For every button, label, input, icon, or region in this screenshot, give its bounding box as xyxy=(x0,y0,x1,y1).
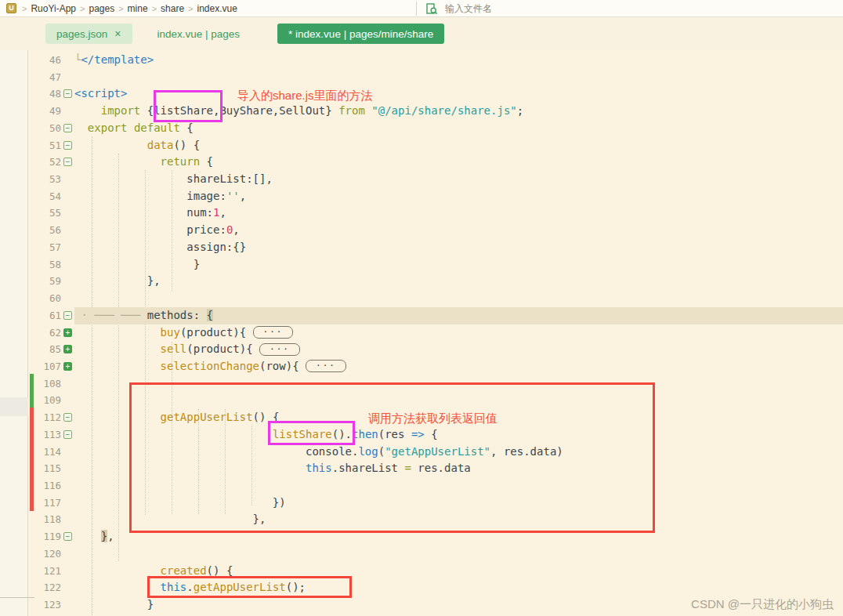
code-line[interactable]: 116 xyxy=(0,477,843,495)
code-line[interactable]: 62+ buy(product){ ··· xyxy=(0,324,843,342)
code-line[interactable]: 48−<script> xyxy=(0,85,843,103)
code-text: } xyxy=(74,256,843,274)
code-text: }, xyxy=(74,273,843,290)
editor-tab[interactable]: index.vue | pages xyxy=(147,24,251,44)
fold-gutter: + xyxy=(61,341,74,358)
code-line[interactable]: 52− return { xyxy=(0,154,843,171)
code-line[interactable]: 60 xyxy=(0,290,843,307)
code-text: listShare().then(res => { xyxy=(74,426,843,444)
breadcrumb-separator: > xyxy=(22,4,27,13)
line-number: 117 xyxy=(28,495,61,512)
code-line[interactable]: 115 this.shareList = res.data xyxy=(0,460,843,477)
breadcrumb-item[interactable]: RuoYi-App xyxy=(29,3,78,14)
panel-divider xyxy=(416,2,417,16)
code-line[interactable]: 50− export default { xyxy=(0,120,843,137)
code-line[interactable]: 118 }, xyxy=(0,511,843,528)
folded-code-ellipsis[interactable]: ··· xyxy=(259,343,300,356)
fold-collapse-icon[interactable]: − xyxy=(63,413,72,422)
uniapp-project-icon: U xyxy=(6,3,16,13)
fold-collapse-icon[interactable]: − xyxy=(63,124,72,132)
fold-gutter: + xyxy=(61,324,74,342)
code-text: }) xyxy=(74,495,843,512)
code-line[interactable]: 122 this.getAppUserList(); xyxy=(0,579,843,596)
breadcrumb-item[interactable]: index.vue xyxy=(196,3,239,14)
fold-gutter xyxy=(61,444,74,461)
fold-collapse-icon[interactable]: − xyxy=(63,311,72,320)
code-text: sell(product){ ··· xyxy=(74,341,843,358)
code-text xyxy=(74,290,843,307)
fold-collapse-icon[interactable]: − xyxy=(63,532,72,541)
tab-close-icon[interactable]: × xyxy=(114,29,121,38)
code-line[interactable]: 108 xyxy=(0,375,843,393)
ide-window: U >RuoYi-App>pages>mine>share>index.vue … xyxy=(0,0,843,616)
code-text xyxy=(74,545,843,563)
line-number: 108 xyxy=(28,375,61,393)
fold-gutter xyxy=(61,495,74,512)
code-editor: 46└</template>4748−<script>49 import {li… xyxy=(0,50,843,616)
code-line[interactable]: 59 }, xyxy=(0,273,843,290)
code-line[interactable]: 49 import {listShare,BuyShare,SellOut} f… xyxy=(0,103,843,120)
fold-gutter xyxy=(61,545,74,563)
code-line[interactable]: 121 created() { xyxy=(0,563,843,580)
breadcrumb-item[interactable]: pages xyxy=(87,3,116,14)
code-line[interactable]: 47 xyxy=(0,69,843,86)
code-line[interactable]: 61− · ─── ─── methods: { xyxy=(0,307,843,324)
breadcrumb-item[interactable]: mine xyxy=(126,3,150,14)
code-line[interactable]: 55 num:1, xyxy=(0,205,843,222)
code-line[interactable]: 85+ sell(product){ ··· xyxy=(0,341,843,358)
fold-gutter: − xyxy=(61,409,74,426)
code-text: }, xyxy=(74,528,843,545)
fold-expand-icon[interactable]: + xyxy=(63,345,72,353)
code-text: getAppUserList() { xyxy=(74,409,843,426)
code-line[interactable]: 120 xyxy=(0,545,843,563)
code-line[interactable]: 51− data() { xyxy=(0,137,843,154)
editor-tab[interactable]: pages.json× xyxy=(45,24,132,44)
code-line[interactable]: 57 assign:{} xyxy=(0,239,843,256)
folded-code-ellipsis[interactable]: ··· xyxy=(306,360,346,372)
code-text xyxy=(74,375,843,393)
line-number: 118 xyxy=(28,511,61,528)
fold-gutter xyxy=(61,579,74,596)
code-line[interactable]: 119− }, xyxy=(0,528,843,545)
fold-collapse-icon[interactable]: − xyxy=(63,158,72,166)
fold-gutter: − xyxy=(61,426,74,444)
breadcrumb-bar: U >RuoYi-App>pages>mine>share>index.vue xyxy=(0,0,843,17)
code-line[interactable]: 114 console.log("getAppUserList", res.da… xyxy=(0,444,843,461)
code-line[interactable]: 58 } xyxy=(0,256,843,274)
fold-collapse-icon[interactable]: − xyxy=(63,430,72,439)
code-text: buy(product){ ··· xyxy=(74,324,843,342)
code-line[interactable]: 117 }) xyxy=(0,495,843,512)
fold-gutter xyxy=(61,392,74,409)
code-text: shareList:[], xyxy=(74,171,843,188)
code-line[interactable]: 46└</template> xyxy=(0,52,843,69)
folded-code-ellipsis[interactable]: ··· xyxy=(253,326,294,339)
line-number: 46 xyxy=(28,52,61,69)
code-line[interactable]: 56 price:0, xyxy=(0,222,843,239)
fold-gutter xyxy=(61,205,74,222)
search-input[interactable] xyxy=(443,2,819,15)
fold-collapse-icon[interactable]: − xyxy=(63,141,72,150)
code-text xyxy=(74,392,843,409)
line-number: 50 xyxy=(28,120,61,137)
code-text: assign:{} xyxy=(74,239,843,256)
fold-collapse-icon[interactable]: − xyxy=(63,89,72,98)
fold-gutter: − xyxy=(61,137,74,154)
breadcrumb-item[interactable]: share xyxy=(159,3,186,14)
fold-expand-icon[interactable]: + xyxy=(63,328,72,337)
code-line[interactable]: 53 shareList:[], xyxy=(0,171,843,188)
line-number: 48 xyxy=(28,85,61,103)
code-line[interactable]: 109 xyxy=(0,392,843,409)
code-line[interactable]: 113− listShare().then(res => { xyxy=(0,426,843,444)
code-line[interactable]: 54 image:'', xyxy=(0,188,843,205)
line-number: 60 xyxy=(28,290,61,307)
code-text: this.shareList = res.data xyxy=(74,460,843,477)
fold-gutter xyxy=(61,52,74,69)
fold-gutter: + xyxy=(61,358,74,375)
line-number: 57 xyxy=(28,239,61,256)
code-line[interactable]: 107+ selectionChange(row){ ··· xyxy=(0,358,843,375)
code-line[interactable]: 112− getAppUserList() { xyxy=(0,409,843,426)
code-text: export default { xyxy=(74,120,843,137)
editor-tab[interactable]: * index.vue | pages/mine/share xyxy=(277,24,444,44)
fold-expand-icon[interactable]: + xyxy=(63,362,72,371)
fold-gutter xyxy=(61,171,74,188)
